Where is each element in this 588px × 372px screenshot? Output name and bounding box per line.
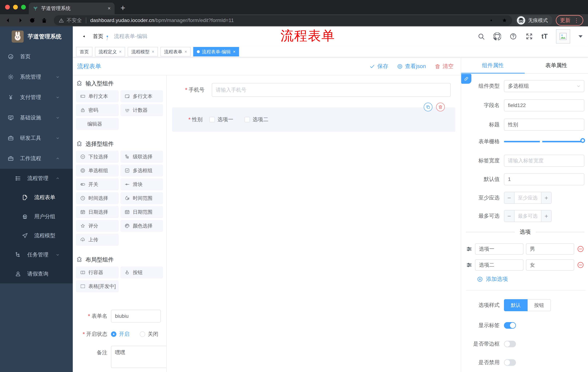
field-link-badge[interactable] xyxy=(461,74,471,84)
user-menu-caret-icon[interactable] xyxy=(578,35,583,38)
component-table[interactable]: 表格[开发中] xyxy=(76,280,119,292)
tab-form-props[interactable]: 表单属性 xyxy=(525,58,588,73)
sidebar-item-system[interactable]: 系统管理 xyxy=(0,67,73,87)
form-name-input[interactable] xyxy=(111,310,161,322)
component-rate[interactable]: 评分 xyxy=(76,220,119,232)
style-default-button[interactable]: 默认 xyxy=(504,299,528,311)
breadcrumb-home[interactable]: 首页 xyxy=(93,33,103,40)
browser-menu-icon[interactable]: ⋮ xyxy=(574,17,579,23)
component-single-line-text[interactable]: 单行文本 xyxy=(76,90,119,102)
home-icon[interactable] xyxy=(41,17,48,24)
component-editor[interactable]: 编辑器 xyxy=(76,118,119,130)
option-2-value-input[interactable] xyxy=(526,259,574,271)
component-checkbox-group[interactable]: 多选框组 xyxy=(120,165,163,177)
search-icon[interactable] xyxy=(477,32,485,40)
component-password[interactable]: 密码 xyxy=(76,104,119,116)
default-value-input[interactable] xyxy=(504,173,584,185)
github-icon[interactable] xyxy=(494,32,501,40)
browser-update-button[interactable]: 更新 ⋮ xyxy=(556,15,583,26)
min-select-placeholder[interactable]: 至少应选 xyxy=(514,192,541,203)
sidebar-item-leave-query[interactable]: 请假查询 xyxy=(0,264,73,283)
disabled-toggle[interactable] xyxy=(504,359,516,366)
save-button[interactable]: 保存 xyxy=(369,63,388,70)
component-date-range[interactable]: 日期范围 xyxy=(120,206,163,218)
component-counter[interactable]: 计数器 xyxy=(120,104,163,116)
view-json-button[interactable]: 查看json xyxy=(397,63,426,70)
sidebar-item-devtools[interactable]: 研发工具 xyxy=(0,128,73,148)
style-button-button[interactable]: 按钮 xyxy=(528,299,551,311)
sidebar-item-task-mgmt[interactable]: 任务管理 xyxy=(0,245,73,264)
window-minimize-button[interactable] xyxy=(13,5,18,10)
label-width-input[interactable] xyxy=(504,155,584,167)
component-cascader[interactable]: 级联选择 xyxy=(120,151,163,163)
max-select-placeholder[interactable]: 最多可选 xyxy=(514,210,541,222)
show-label-toggle[interactable] xyxy=(504,322,516,329)
view-tab-process-form[interactable]: 流程表单× xyxy=(160,47,191,56)
component-time-picker[interactable]: 时间选择 xyxy=(76,192,119,204)
drag-handle-icon[interactable] xyxy=(466,262,472,268)
delete-component-button[interactable] xyxy=(436,103,445,111)
stepper-minus-button[interactable]: − xyxy=(504,210,514,222)
sidebar-collapse-icon[interactable] xyxy=(78,33,85,40)
back-icon[interactable] xyxy=(5,17,12,24)
window-zoom-button[interactable] xyxy=(21,5,26,10)
tab-close-icon[interactable]: × xyxy=(108,5,111,11)
drag-handle-icon[interactable] xyxy=(466,246,472,252)
canvas-field-phone[interactable]: *手机号 xyxy=(177,83,451,97)
grid-slider[interactable] xyxy=(504,141,582,142)
component-radio-group[interactable]: 单选框组 xyxy=(76,165,119,177)
component-multi-line-text[interactable]: 多行文本 xyxy=(120,90,163,102)
component-switch[interactable]: 开关 xyxy=(76,178,119,190)
view-tab-home[interactable]: 首页 xyxy=(76,47,92,56)
browser-tab[interactable]: 芋道管理系统 × xyxy=(29,2,115,14)
field-name-input[interactable] xyxy=(504,99,584,111)
component-slider[interactable]: 滑块 xyxy=(120,178,163,190)
font-size-icon[interactable]: tT xyxy=(541,32,548,40)
gender-option-1-label[interactable]: 选项一 xyxy=(217,116,233,123)
security-warning-icon[interactable] xyxy=(59,18,64,23)
duplicate-component-button[interactable] xyxy=(424,103,432,111)
status-off-label[interactable]: 关闭 xyxy=(148,330,158,338)
help-icon[interactable] xyxy=(509,32,517,40)
status-on-label[interactable]: 开启 xyxy=(119,330,129,338)
tab-close-icon[interactable]: × xyxy=(152,49,154,54)
component-date-picker[interactable]: 日期选择 xyxy=(76,206,119,218)
gender-checkbox-1[interactable] xyxy=(210,117,215,122)
add-option-button[interactable]: 添加选项 xyxy=(477,275,584,283)
window-controls[interactable] xyxy=(5,5,26,10)
clear-button[interactable]: 清空 xyxy=(435,63,453,70)
form-remark-textarea[interactable]: 嘿嘿 xyxy=(111,346,167,368)
status-radio-on[interactable] xyxy=(111,331,116,337)
sidebar-item-process-mgmt[interactable]: 流程管理 xyxy=(0,169,73,188)
tab-close-icon[interactable]: × xyxy=(184,49,187,54)
slider-handle[interactable] xyxy=(580,138,585,143)
sidebar-item-payment[interactable]: 支付管理 xyxy=(0,87,73,107)
sidebar-item-infra[interactable]: 基础设施 xyxy=(0,107,73,128)
window-close-button[interactable] xyxy=(5,5,10,10)
bookmark-star-icon[interactable] xyxy=(502,18,507,23)
tab-close-icon[interactable]: × xyxy=(233,49,235,54)
view-tab-process-model[interactable]: 流程模型× xyxy=(128,47,158,56)
phone-input[interactable] xyxy=(212,83,451,97)
address-bar[interactable]: 不安全 dashboard.yudao.iocoder.cn/bpm/manag… xyxy=(54,15,512,25)
stepper-plus-button[interactable]: + xyxy=(541,210,551,222)
title-input[interactable] xyxy=(504,119,584,131)
sidebar-item-process-form[interactable]: 流程表单 xyxy=(0,188,73,207)
password-key-icon[interactable] xyxy=(490,18,495,23)
status-radio-off[interactable] xyxy=(140,331,145,337)
component-color-picker[interactable]: 颜色选择 xyxy=(120,220,163,232)
remove-option-icon[interactable] xyxy=(577,261,584,269)
component-row-container[interactable]: 行容器 xyxy=(76,266,119,278)
fullscreen-icon[interactable] xyxy=(525,32,533,40)
stepper-minus-button[interactable]: − xyxy=(504,192,514,203)
option-1-label-input[interactable] xyxy=(475,243,524,255)
view-tab-process-definition[interactable]: 流程定义× xyxy=(95,47,125,56)
view-tab-process-form-edit[interactable]: 流程表单-编辑× xyxy=(193,47,239,56)
option-2-label-input[interactable] xyxy=(475,259,524,271)
avatar[interactable] xyxy=(556,29,570,43)
new-tab-button[interactable]: + xyxy=(120,3,125,13)
component-upload[interactable]: 上传 xyxy=(76,234,119,246)
sidebar-item-user-group[interactable]: 用户分组 xyxy=(0,207,73,226)
gender-option-2-label[interactable]: 选项二 xyxy=(252,116,268,123)
gender-checkbox-2[interactable] xyxy=(244,117,250,122)
